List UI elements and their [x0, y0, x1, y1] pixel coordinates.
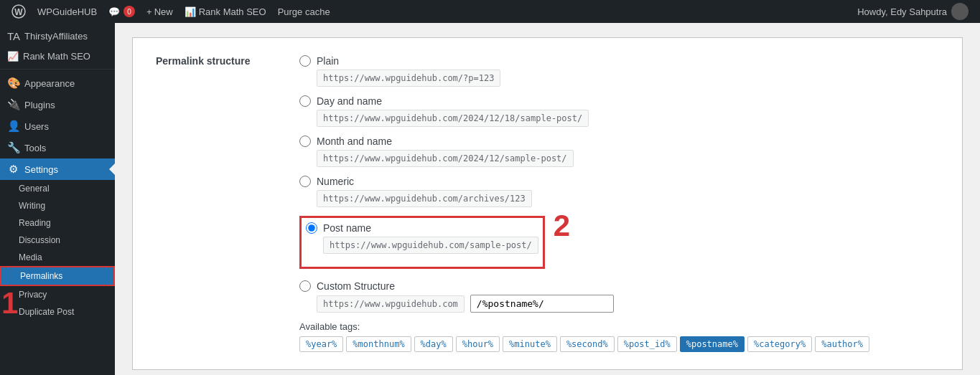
site-name[interactable]: WPGuideHUB [32, 0, 103, 23]
sidebar-item-appearance[interactable]: 🎨 Appearance [0, 72, 115, 94]
radio-numeric[interactable] [299, 176, 311, 187]
radio-custom[interactable] [299, 280, 311, 292]
custom-structure-row: https://www.wpguidehub.com [317, 295, 939, 313]
appearance-icon: 🎨 [7, 77, 19, 90]
settings-icon: ⚙ [7, 163, 19, 176]
purge-cache-item[interactable]: Purge cache [272, 0, 336, 23]
custom-url-input[interactable] [470, 295, 614, 313]
radio-day-name[interactable] [299, 95, 311, 107]
tags-row: %year%%monthnum%%day%%hour%%minute%%seco… [299, 336, 939, 352]
option-day-name-label[interactable]: Day and name [299, 95, 939, 107]
permalink-table: Permalink structure Plain https://www.wp… [147, 49, 948, 358]
submenu-media[interactable]: Media [0, 249, 115, 266]
available-tags-label: Available tags: [299, 321, 939, 332]
custom-url-prefix: https://www.wpguidehub.com [317, 295, 465, 313]
tag-button[interactable]: %monthnum% [346, 336, 411, 352]
option-month-name-label[interactable]: Month and name [299, 136, 939, 147]
tools-icon: 🔧 [7, 141, 19, 154]
available-tags: Available tags: %year%%monthnum%%day%%ho… [299, 321, 939, 352]
submenu-permalinks[interactable]: Permalinks [1, 267, 113, 285]
tag-button[interactable]: %post_id% [617, 336, 677, 352]
rank-math-bar-item[interactable]: 📊 Rank Math SEO [179, 0, 272, 23]
new-content-item[interactable]: + New [141, 0, 179, 23]
thirsty-icon: TA [7, 30, 19, 42]
tag-button[interactable]: %category% [747, 336, 812, 352]
sidebar-item-plugins[interactable]: 🔌 Plugins [0, 94, 115, 115]
tag-button[interactable]: %day% [414, 336, 453, 352]
url-example-numeric: https://www.wpguidehub.com/archives/123 [317, 190, 532, 207]
sidebar-item-tools[interactable]: 🔧 Tools [0, 137, 115, 158]
url-example-plain: https://www.wpguidehub.com/?p=123 [317, 70, 500, 87]
avatar [951, 3, 969, 20]
submenu-general[interactable]: General [0, 180, 115, 197]
howdy-item[interactable]: Howdy, Edy Sahputra [851, 0, 974, 23]
option-numeric-label[interactable]: Numeric [299, 176, 939, 187]
option-post-name: Post name https://www.wpguidehub.com/sam… [306, 222, 538, 254]
option-plain-label[interactable]: Plain [299, 55, 939, 67]
settings-submenu: General Writing Reading Discussion Media… [0, 180, 115, 321]
sidebar-item-thirsty[interactable]: TA ThirstyAffiliates [0, 26, 115, 47]
radio-plain[interactable] [299, 55, 311, 67]
permalink-structure-label: Permalink structure [147, 49, 291, 358]
submenu-writing[interactable]: Writing [0, 197, 115, 214]
sidebar-item-users[interactable]: 👤 Users [0, 115, 115, 137]
option-post-name-label[interactable]: Post name [306, 222, 538, 234]
url-example-month-name: https://www.wpguidehub.com/2024/12/sampl… [317, 150, 574, 167]
main-content: Permalink structure Plain https://www.wp… [115, 23, 980, 375]
plugins-icon: 🔌 [7, 98, 19, 111]
annotation-2: 2 [554, 209, 570, 243]
tag-button[interactable]: %year% [299, 336, 343, 352]
comments-item[interactable]: 💬 0 [103, 0, 141, 23]
submenu-discussion[interactable]: Discussion [0, 232, 115, 249]
sidebar-item-settings[interactable]: ⚙ Settings [0, 158, 115, 180]
option-plain: Plain https://www.wpguidehub.com/?p=123 [299, 55, 939, 87]
submenu-reading[interactable]: Reading [0, 214, 115, 232]
url-example-post-name: https://www.wpguidehub.com/sample-post/ [323, 237, 538, 254]
wp-logo[interactable]: W [6, 0, 32, 23]
sidebar-item-rankmath[interactable]: 📈 Rank Math SEO [0, 47, 115, 66]
url-example-day-name: https://www.wpguidehub.com/2024/12/18/sa… [317, 110, 589, 127]
radio-month-name[interactable] [299, 136, 311, 147]
tag-button[interactable]: %second% [560, 336, 615, 352]
option-custom-label[interactable]: Custom Structure [299, 280, 939, 292]
users-icon: 👤 [7, 120, 19, 133]
rank-math-bar-icon: 📊 [185, 6, 196, 17]
option-month-name: Month and name https://www.wpguidehub.co… [299, 136, 939, 167]
post-name-box: Post name https://www.wpguidehub.com/sam… [299, 216, 545, 269]
option-custom: Custom Structure https://www.wpguidehub.… [299, 280, 939, 313]
annotation-1: 1 [1, 286, 18, 321]
radio-post-name[interactable] [306, 222, 317, 234]
permalinks-box: Permalinks [0, 266, 115, 286]
tag-button[interactable]: %author% [815, 336, 869, 352]
option-numeric: Numeric https://www.wpguidehub.com/archi… [299, 176, 939, 207]
svg-text:W: W [14, 7, 23, 17]
tag-button[interactable]: %hour% [456, 336, 500, 352]
admin-bar: W WPGuideHUB 💬 0 + New 📊 Rank Math SEO P… [0, 0, 980, 23]
comment-icon: 💬 [108, 6, 120, 17]
admin-sidebar: TA ThirstyAffiliates 📈 Rank Math SEO 🎨 A… [0, 23, 115, 375]
rank-math-icon: 📈 [7, 51, 19, 62]
permalink-options: Plain https://www.wpguidehub.com/?p=123 … [291, 49, 948, 358]
tag-button[interactable]: %postname% [680, 336, 745, 352]
option-day-name: Day and name https://www.wpguidehub.com/… [299, 95, 939, 127]
tag-button[interactable]: %minute% [503, 336, 557, 352]
